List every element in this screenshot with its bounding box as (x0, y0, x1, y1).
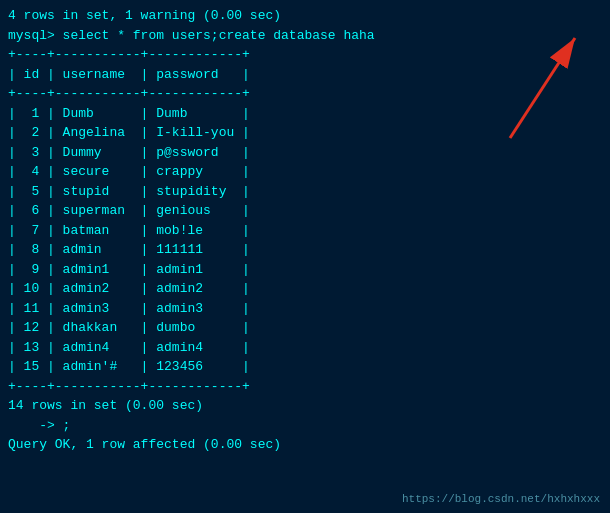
terminal-line: | 12 | dhakkan | dumbo | (8, 318, 602, 338)
terminal-line: | 8 | admin | 111111 | (8, 240, 602, 260)
terminal-line: | 2 | Angelina | I-kill-you | (8, 123, 602, 143)
terminal-line: -> ; (8, 416, 602, 436)
terminal-line: | 6 | superman | genious | (8, 201, 602, 221)
terminal-line: | 13 | admin4 | admin4 | (8, 338, 602, 358)
terminal-line: | 11 | admin3 | admin3 | (8, 299, 602, 319)
terminal-line: | 3 | Dummy | p@ssword | (8, 143, 602, 163)
terminal-line: | 10 | admin2 | admin2 | (8, 279, 602, 299)
terminal-line: | 9 | admin1 | admin1 | (8, 260, 602, 280)
terminal-line: | id | username | password | (8, 65, 602, 85)
terminal-line: | 7 | batman | mob!le | (8, 221, 602, 241)
terminal-line: Query OK, 1 row affected (0.00 sec) (8, 435, 602, 455)
terminal: 4 rows in set, 1 warning (0.00 sec)mysql… (0, 0, 610, 513)
terminal-line: | 1 | Dumb | Dumb | (8, 104, 602, 124)
watermark: https://blog.csdn.net/hxhxhxxx (402, 493, 600, 505)
terminal-line: | 4 | secure | crappy | (8, 162, 602, 182)
terminal-line: +----+-----------+------------+ (8, 84, 602, 104)
terminal-line: +----+-----------+------------+ (8, 377, 602, 397)
terminal-line: mysql> select * from users;create databa… (8, 26, 602, 46)
terminal-line: | 15 | admin'# | 123456 | (8, 357, 602, 377)
terminal-line: 4 rows in set, 1 warning (0.00 sec) (8, 6, 602, 26)
terminal-line: +----+-----------+------------+ (8, 45, 602, 65)
terminal-line: | 5 | stupid | stupidity | (8, 182, 602, 202)
terminal-line: 14 rows in set (0.00 sec) (8, 396, 602, 416)
